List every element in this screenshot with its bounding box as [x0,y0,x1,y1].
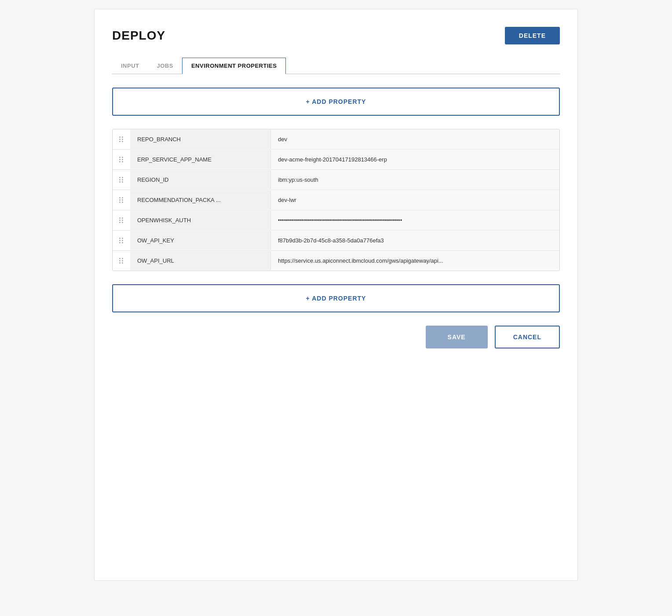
tabs: INPUT JOBS ENVIRONMENT PROPERTIES [112,58,560,74]
property-key: RECOMMENDATION_PACKA ... [130,191,271,209]
table-row: ERP_SERVICE_APP_NAME dev-acme-freight-20… [113,150,559,170]
table-row: OPENWHISK_AUTH •••••••••••••••••••••••••… [113,210,559,231]
properties-table: REPO_BRANCH dev ERP_SERVICE_APP_NAME dev… [112,129,560,271]
drag-handle[interactable] [113,190,130,210]
page-title: DEPLOY [112,29,165,43]
table-row: RECOMMENDATION_PACKA ... dev-lwr [113,190,559,210]
footer-actions: SAVE CANCEL [112,326,560,348]
property-value: dev-lwr [271,191,559,209]
add-property-button-bottom[interactable]: + ADD PROPERTY [112,284,560,312]
property-key: REPO_BRANCH [130,130,271,149]
header: DEPLOY DELETE [112,27,560,44]
delete-button[interactable]: DELETE [505,27,560,44]
cancel-button[interactable]: CANCEL [495,326,560,348]
property-value: dev [271,130,559,149]
add-property-button-top[interactable]: + ADD PROPERTY [112,88,560,116]
table-row: OW_API_KEY f87b9d3b-2b7d-45c8-a358-5da0a… [113,231,559,251]
table-row: REGION_ID ibm:yp:us-south [113,170,559,190]
property-value: ibm:yp:us-south [271,170,559,189]
property-value: ••••••••••••••••••••••••••••••••••••••••… [271,211,559,230]
property-key: ERP_SERVICE_APP_NAME [130,150,271,169]
tab-environment-properties[interactable]: ENVIRONMENT PROPERTIES [182,58,286,74]
tab-input[interactable]: INPUT [112,58,148,73]
property-key: OW_API_KEY [130,231,271,250]
drag-handle[interactable] [113,129,130,149]
drag-handle[interactable] [113,231,130,250]
page-container: DEPLOY DELETE INPUT JOBS ENVIRONMENT PRO… [94,9,578,581]
drag-handle[interactable] [113,170,130,190]
drag-handle[interactable] [113,150,130,169]
property-key: OPENWHISK_AUTH [130,211,271,230]
drag-handle[interactable] [113,210,130,230]
save-button[interactable]: SAVE [426,326,488,348]
tab-jobs[interactable]: JOBS [148,58,182,73]
drag-handle[interactable] [113,251,130,271]
property-value: dev-acme-freight-20170417192813466-erp [271,150,559,169]
property-value: f87b9d3b-2b7d-45c8-a358-5da0a776efa3 [271,231,559,250]
property-key: OW_API_URL [130,251,271,270]
property-key: REGION_ID [130,170,271,189]
property-value: https://service.us.apiconnect.ibmcloud.c… [271,251,559,270]
table-row: REPO_BRANCH dev [113,129,559,150]
table-row: OW_API_URL https://service.us.apiconnect… [113,251,559,271]
